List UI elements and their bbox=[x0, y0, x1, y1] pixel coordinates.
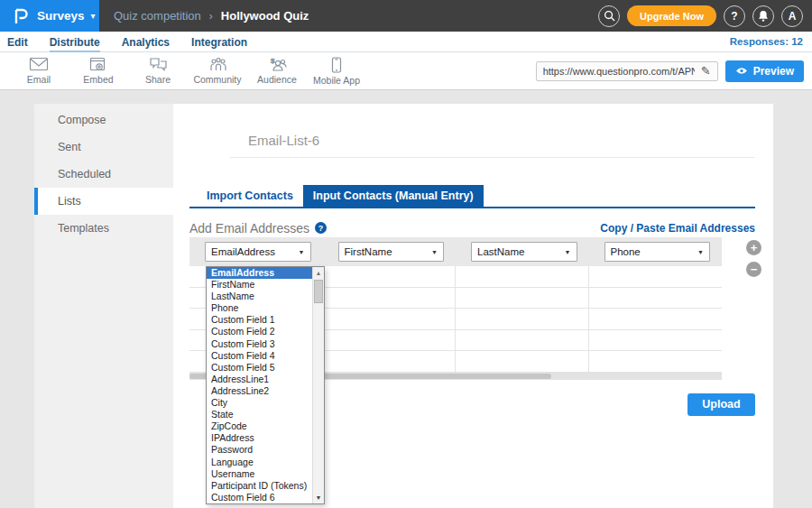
toolbar-item-share[interactable]: Share bbox=[128, 57, 188, 85]
survey-url-field[interactable]: https://www.questionpro.com/t/APNrFZ ✎ bbox=[536, 61, 718, 81]
toolbar-item-email[interactable]: Email bbox=[9, 57, 69, 85]
search-button[interactable] bbox=[598, 5, 620, 27]
email-sidebar: ComposeSentScheduledListsTemplates bbox=[34, 104, 173, 508]
table-cell[interactable] bbox=[589, 330, 723, 351]
dropdown-option[interactable]: Password bbox=[207, 444, 312, 456]
toolbar-right: https://www.questionpro.com/t/APNrFZ ✎ P… bbox=[536, 60, 804, 82]
table-cell[interactable] bbox=[323, 351, 457, 372]
dropdown-option[interactable]: Custom Field 4 bbox=[207, 350, 312, 362]
remove-row-button[interactable]: − bbox=[746, 262, 761, 277]
toolbar-item-embed[interactable]: Embed bbox=[69, 57, 128, 85]
scroll-down-icon[interactable]: ▼ bbox=[313, 492, 324, 503]
toolbar-item-community[interactable]: Community bbox=[188, 57, 247, 85]
dropdown-option[interactable]: IPAddress bbox=[207, 432, 312, 444]
eye-icon bbox=[735, 67, 748, 75]
section-title: Add Email Addresses ? bbox=[189, 221, 327, 236]
table-cell[interactable] bbox=[323, 309, 457, 329]
mobile-app-icon bbox=[331, 57, 342, 73]
column-header-cell: LastName ▼ bbox=[456, 237, 589, 266]
sidebar-item[interactable]: Lists bbox=[34, 188, 173, 215]
tab-import-contacts[interactable]: Import Contacts bbox=[197, 185, 303, 207]
page-background: ComposeSentScheduledListsTemplates Email… bbox=[0, 90, 812, 508]
toolbar-item-mobile-app[interactable]: Mobile App bbox=[307, 57, 366, 86]
preview-button[interactable]: Preview bbox=[725, 60, 804, 82]
dropdown-option[interactable]: EmailAddress bbox=[207, 267, 312, 279]
nav-item[interactable]: Distribute bbox=[50, 34, 100, 52]
nav-item[interactable]: Edit bbox=[7, 34, 28, 51]
help-button[interactable]: ? bbox=[724, 5, 745, 27]
dropdown-option[interactable]: Custom Field 6 bbox=[207, 492, 312, 503]
chevron-down-icon: ▼ bbox=[697, 249, 704, 255]
dropdown-option[interactable]: AddressLine2 bbox=[207, 385, 312, 397]
dropdown-option[interactable]: Phone bbox=[207, 302, 312, 314]
survey-url-value[interactable]: https://www.questionpro.com/t/APNrFZ bbox=[537, 66, 695, 77]
field-dropdown-open: EmailAddressFirstNameLastNamePhoneCustom… bbox=[206, 266, 325, 504]
dropdown-option[interactable]: LastName bbox=[207, 291, 312, 302]
table-cell[interactable] bbox=[589, 351, 723, 372]
sidebar-item[interactable]: Templates bbox=[34, 215, 173, 242]
sidebar-item[interactable]: Scheduled bbox=[34, 161, 173, 188]
table-cell[interactable] bbox=[589, 288, 723, 309]
scrollbar-thumb[interactable] bbox=[314, 280, 323, 303]
contacts-tabs: Import Contacts Input Contacts (Manual E… bbox=[189, 185, 755, 208]
column-select-email[interactable]: EmailAddress ▼ bbox=[205, 242, 311, 262]
topbar-actions: Upgrade Now ? A bbox=[598, 5, 803, 27]
upgrade-now-button[interactable]: Upgrade Now bbox=[627, 5, 716, 26]
dropdown-option[interactable]: Custom Field 2 bbox=[207, 326, 312, 337]
dropdown-option[interactable]: Language bbox=[207, 457, 312, 468]
table-cell[interactable] bbox=[323, 330, 457, 351]
toolbar-item-label: Community bbox=[193, 74, 241, 85]
pencil-icon[interactable]: ✎ bbox=[695, 64, 717, 78]
preview-label: Preview bbox=[753, 65, 794, 78]
list-title[interactable]: Email-List-6 bbox=[248, 133, 319, 148]
dropdown-option[interactable]: Custom Field 1 bbox=[207, 314, 312, 326]
dropdown-scrollbar[interactable]: ▲ ▼ bbox=[312, 267, 324, 503]
table-cell[interactable] bbox=[456, 288, 589, 309]
column-header-cell: EmailAddress ▼ bbox=[189, 237, 323, 266]
copy-paste-link[interactable]: Copy / Paste Email Addresses bbox=[600, 222, 755, 235]
table-cell[interactable] bbox=[323, 288, 457, 309]
table-cell[interactable] bbox=[456, 266, 589, 287]
notifications-button[interactable] bbox=[752, 5, 774, 27]
dropdown-option[interactable]: Participant ID (Tokens) bbox=[207, 480, 312, 492]
avatar[interactable]: A bbox=[781, 5, 803, 27]
table-cell[interactable] bbox=[589, 309, 723, 329]
sidebar-item[interactable]: Sent bbox=[34, 134, 173, 161]
responses-count[interactable]: Responses: 12 bbox=[730, 36, 803, 47]
nav-item[interactable]: Integration bbox=[191, 34, 247, 51]
select-value: EmailAddress bbox=[211, 246, 275, 257]
svg-text:$: $ bbox=[271, 57, 275, 65]
dropdown-option[interactable]: ZipCode bbox=[207, 420, 312, 432]
dropdown-option[interactable]: Custom Field 5 bbox=[207, 362, 312, 374]
dropdown-option[interactable]: Username bbox=[207, 468, 312, 480]
dropdown-option[interactable]: AddressLine1 bbox=[207, 374, 312, 385]
nav-item[interactable]: Analytics bbox=[122, 34, 170, 51]
dropdown-option[interactable]: State bbox=[207, 409, 312, 420]
table-cell[interactable] bbox=[456, 351, 589, 372]
column-select-lastname[interactable]: LastName ▼ bbox=[471, 242, 577, 262]
table-cell[interactable] bbox=[456, 309, 589, 329]
surveys-product-menu[interactable]: Surveys ▾ bbox=[0, 0, 99, 32]
contacts-table-header: EmailAddress ▼ FirstName ▼ LastName bbox=[189, 237, 722, 266]
survey-nav-items: EditDistributeAnalyticsIntegration bbox=[7, 33, 269, 50]
column-select-phone[interactable]: Phone ▼ bbox=[604, 242, 711, 262]
select-value: LastName bbox=[477, 246, 524, 257]
table-cell[interactable] bbox=[323, 266, 457, 287]
column-select-firstname[interactable]: FirstName ▼ bbox=[338, 242, 445, 262]
dropdown-option[interactable]: City bbox=[207, 397, 312, 409]
scroll-up-icon[interactable]: ▲ bbox=[313, 267, 324, 279]
breadcrumb-parent[interactable]: Quiz competition bbox=[114, 9, 201, 23]
toolbar-item-audience[interactable]: $ Audience bbox=[247, 57, 307, 85]
dropdown-option[interactable]: FirstName bbox=[207, 279, 312, 291]
add-row-button[interactable]: + bbox=[746, 240, 761, 255]
table-cell[interactable] bbox=[589, 266, 723, 287]
upload-button[interactable]: Upload bbox=[687, 393, 755, 416]
sidebar-item[interactable]: Compose bbox=[34, 106, 173, 134]
tab-input-contacts-manual-entry[interactable]: Input Contacts (Manual Entry) bbox=[303, 185, 484, 207]
select-value: FirstName bbox=[345, 246, 392, 257]
share-icon bbox=[149, 57, 168, 72]
table-cell[interactable] bbox=[456, 330, 589, 351]
survey-nav: EditDistributeAnalyticsIntegration Respo… bbox=[0, 32, 812, 52]
dropdown-option[interactable]: Custom Field 3 bbox=[207, 338, 312, 350]
question-circle-icon[interactable]: ? bbox=[315, 222, 327, 234]
